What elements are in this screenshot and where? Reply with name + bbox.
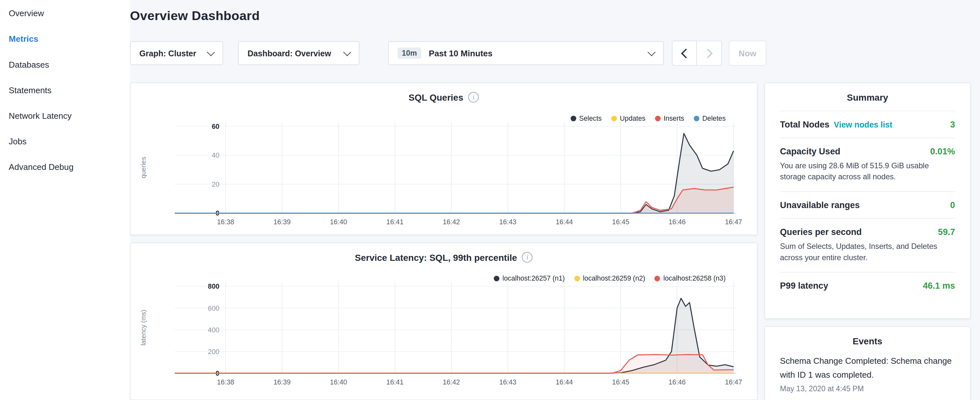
chart-plot: 16:3816:3916:4016:4116:4216:4316:4416:45… [131,243,758,395]
sidebar-item-advanced-debug[interactable]: Advanced Debug [0,155,130,180]
time-forward-button[interactable] [697,41,722,66]
sidebar-item-jobs[interactable]: Jobs [0,129,130,155]
dashboard-dropdown-label: Dashboard: Overview [248,49,331,58]
y-tick-label: 800 [208,282,220,290]
y-tick-label: 600 [208,304,220,312]
chart-sql-queries: SQL Queries i SelectsUpdatesInsertsDelet… [130,83,757,235]
summary-label-text: Total Nodes [780,120,830,129]
x-tick-label: 16:44 [555,378,573,386]
summary-label: P99 latency [780,280,923,291]
series-area [175,187,733,213]
graph-dropdown-label: Graph: Cluster [140,49,196,58]
chart-service-latency: Service Latency: SQL, 99th percentile i … [130,243,757,400]
now-button[interactable]: Now [729,41,766,66]
x-tick-label: 16:38 [217,218,234,226]
summary-value: 59.7 [938,227,955,237]
x-tick-label: 16:41 [386,378,404,386]
summary-row-total-nodes: Total NodesView nodes list 3 [780,111,955,137]
series-area [175,133,733,213]
chevron-left-icon [681,48,690,58]
x-tick-label: 16:38 [217,378,234,386]
x-tick-label: 16:39 [274,378,291,386]
view-nodes-list-link[interactable]: View nodes list [834,120,892,129]
summary-row-unavailable-ranges: Unavailable ranges 0 [780,191,955,218]
charts-column: SQL Queries i SelectsUpdatesInsertsDelet… [130,83,757,400]
summary-value: 0 [950,200,955,210]
graph-dropdown[interactable]: Graph: Cluster [130,41,223,65]
chevron-right-icon [703,48,713,58]
x-tick-label: 16:46 [668,218,686,226]
summary-value: 3 [950,120,955,129]
series-area [175,355,733,373]
summary-heading: Summary [780,83,955,111]
summary-value: 46.1 ms [923,280,955,291]
x-tick-label: 16:43 [499,218,516,226]
sidebar-item-metrics[interactable]: Metrics [0,26,130,52]
summary-value: 0.01% [930,146,955,156]
summary-row-capacity-used: Capacity Used 0.01% You are using 28.6 M… [780,137,955,191]
chevron-down-icon [343,48,352,56]
summary-label: Unavailable ranges [780,200,950,210]
x-tick-label: 16:45 [612,378,629,386]
event-timestamp: May 13, 2020 at 4:45 PM [780,384,955,393]
events-heading: Events [780,327,955,354]
chevron-down-icon [648,48,656,56]
event-text: Schema Change Completed: Schema change w… [780,354,955,381]
y-axis-label: queries [140,157,147,178]
x-tick-label: 16:42 [443,378,460,386]
summary-label: Total NodesView nodes list [780,120,950,129]
sidebar-nav: OverviewMetricsDatabasesStatementsNetwor… [0,0,130,400]
app-window: OverviewMetricsDatabasesStatementsNetwor… [0,0,980,400]
x-tick-label: 16:40 [330,218,347,226]
x-tick-label: 16:43 [499,378,516,386]
series-line [175,133,733,213]
chevron-down-icon [207,48,215,56]
summary-label: Capacity Used [780,146,930,156]
time-range-badge: 10m [398,48,421,59]
event-item[interactable]: Schema Change Completed: Schema change w… [780,354,955,393]
x-tick-label: 16:40 [330,378,347,386]
x-tick-label: 16:42 [443,218,460,226]
y-tick-label: 200 [208,348,220,356]
y-axis-label: latency (ms) [140,310,147,345]
time-pager [672,41,722,66]
time-back-button[interactable] [672,41,697,66]
summary-row-queries-per-second: Queries per second 59.7 Sum of Selects, … [780,218,955,272]
time-range-label: Past 10 Minutes [429,49,492,58]
sidebar-item-statements[interactable]: Statements [0,78,130,103]
summary-description: You are using 28.6 MiB of 515.9 GiB usab… [780,160,955,183]
x-tick-label: 16:45 [612,218,629,226]
toolbar: Graph: Cluster Dashboard: Overview 10m P… [130,41,980,66]
x-tick-label: 16:46 [668,378,686,386]
x-tick-label: 16:44 [555,218,573,226]
x-tick-label: 16:39 [274,218,291,226]
y-tick-label: 400 [208,326,220,334]
right-column: Summary Total NodesView nodes list 3 Cap… [765,83,970,400]
chart-plot: 16:3816:3916:4016:4116:4216:4316:4416:45… [131,83,758,236]
y-tick-label: 40 [212,151,220,159]
x-tick-label: 16:41 [386,218,404,226]
events-panel: Events Schema Change Completed: Schema c… [765,326,970,400]
y-tick-label: 60 [212,123,220,131]
time-range-picker[interactable]: 10m Past 10 Minutes [388,41,664,65]
sidebar-item-network-latency[interactable]: Network Latency [0,103,130,129]
x-tick-label: 16:47 [725,378,742,386]
summary-row-p99-latency: P99 latency 46.1 ms [780,272,955,299]
page-title: Overview Dashboard [130,8,260,23]
summary-panel: Summary Total NodesView nodes list 3 Cap… [765,83,970,319]
main-content: Overview Dashboard Graph: Cluster Dashbo… [130,0,980,400]
x-tick-label: 16:47 [725,218,742,226]
sidebar-item-databases[interactable]: Databases [0,52,130,77]
dashboard-dropdown[interactable]: Dashboard: Overview [238,41,360,65]
y-tick-label: 20 [212,180,220,188]
summary-label: Queries per second [780,227,938,237]
summary-description: Sum of Selects, Updates, Inserts, and De… [780,241,955,263]
sidebar-item-overview[interactable]: Overview [0,1,130,26]
